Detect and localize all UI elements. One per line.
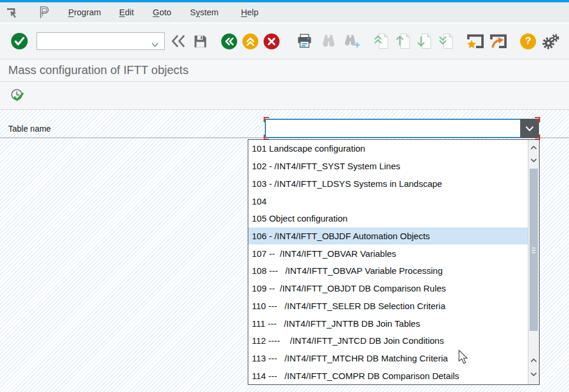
- sap-gui-window: Program Edit Goto System Help: [0, 0, 569, 392]
- dropdown-option[interactable]: 106 - /INT4/IFTT_OBJDF Automation Object…: [248, 227, 528, 245]
- page-down-button[interactable]: [416, 33, 432, 49]
- menu-access-key: P: [68, 8, 74, 17]
- settings-icon: [542, 33, 560, 49]
- menu-item-edit[interactable]: Edit: [119, 8, 134, 17]
- option-label: 110 --- /INT4/IFTT_SELER DB Selection Cr…: [252, 301, 445, 311]
- menu-label-part: stem: [200, 8, 218, 17]
- help-button[interactable]: ?: [520, 33, 536, 49]
- back-button[interactable]: [221, 33, 238, 50]
- command-field[interactable]: [36, 32, 165, 50]
- exit-icon: [242, 33, 259, 50]
- dropdown-option[interactable]: 113 --- /INT4/IFTT_MTCHR DB Matching Cri…: [248, 350, 528, 367]
- chevron-down-icon: [530, 158, 537, 163]
- option-label: 106 - /INT4/IFTT_OBJDF Automation Object…: [252, 231, 430, 241]
- focus-corner-marker: [535, 117, 540, 122]
- dropdown-option[interactable]: 111 --- /INT4/IFTT_JNTTB DB Join Tables: [248, 314, 528, 332]
- page-title: Mass configuration of IFTT objects: [8, 63, 188, 77]
- enter-button[interactable]: [11, 32, 28, 50]
- dropdown-scrollbar[interactable]: [528, 140, 539, 384]
- scrollbar-up-button[interactable]: [528, 143, 539, 152]
- menu-item-system[interactable]: System: [190, 8, 218, 17]
- dropdown-option[interactable]: 108 --- /INT4/IFTT_OBVAP Variable Proces…: [248, 262, 528, 280]
- dropdown-option[interactable]: 102 - /INT4/IFTT_SYST System Lines: [248, 158, 528, 175]
- dropdown-option[interactable]: 110 --- /INT4/IFTT_SELER DB Selection Cr…: [248, 297, 528, 314]
- find-button[interactable]: [321, 33, 337, 49]
- collapse-command-button[interactable]: [171, 34, 186, 48]
- dropdown-option[interactable]: 103 - /INT4/IFTT_LDSYS Systems in Landsc…: [248, 175, 528, 192]
- option-label: 111 --- /INT4/IFTT_JNTTB DB Join Tables: [252, 319, 420, 329]
- control-menu-icon[interactable]: [6, 8, 20, 18]
- menu-label-part: rogram: [74, 8, 101, 17]
- save-button[interactable]: [193, 34, 208, 49]
- table-name-input[interactable]: [265, 119, 539, 138]
- dropdown-option[interactable]: 101 Landscape configuration: [248, 140, 528, 158]
- table-name-dropdown-list: 101 Landscape configuration 102 - /INT4/…: [248, 139, 540, 385]
- find-next-button[interactable]: [344, 33, 361, 49]
- dropdown-option[interactable]: 112 ---- /INT4/IFTT_JNTCD DB Join Condit…: [248, 332, 528, 350]
- menu-access-key: E: [119, 8, 125, 17]
- dropdown-option[interactable]: 109 -- /INT4/IFTT_OBJDT DB Comparison Ru…: [248, 280, 528, 297]
- exit-button[interactable]: [242, 33, 259, 50]
- dropdown-options: 101 Landscape configuration 102 - /INT4/…: [248, 140, 528, 384]
- print-button[interactable]: [297, 33, 312, 49]
- option-label: 105 Object configuration: [252, 213, 348, 223]
- collapse-command-icon: [171, 34, 186, 48]
- control-menu-icon: [6, 8, 19, 18]
- help-glyph: ?: [525, 35, 531, 47]
- find-icon: [321, 33, 337, 49]
- title-bar: Mass configuration of IFTT objects: [0, 59, 569, 82]
- option-label: 108 --- /INT4/IFTT_OBVAP Variable Proces…: [252, 266, 442, 276]
- page-up-icon: [395, 33, 411, 49]
- scrollbar-grip-icon: [532, 247, 535, 253]
- new-session-icon: [466, 33, 484, 49]
- dropdown-option[interactable]: 105 Object configuration: [248, 210, 528, 227]
- chevron-up-icon: [530, 358, 537, 363]
- scrollbar-down-button[interactable]: [528, 156, 539, 165]
- table-name-combobox[interactable]: [265, 119, 539, 138]
- dropdown-option[interactable]: 107 -- /INT4/IFTT_OBVAR Variables: [248, 244, 528, 262]
- chevron-down-icon[interactable]: [151, 39, 159, 50]
- first-page-icon: [373, 33, 390, 49]
- menu-item-goto[interactable]: Goto: [153, 8, 171, 17]
- first-page-button[interactable]: [373, 33, 390, 49]
- print-icon: [297, 33, 312, 49]
- menu-label-part: elp: [247, 8, 258, 17]
- menu-access-key: y: [196, 8, 200, 17]
- option-label: 102 - /INT4/IFTT_SYST System Lines: [252, 161, 400, 171]
- scrollbar-up-button-bottom[interactable]: [528, 356, 539, 365]
- shortcut-button[interactable]: [489, 33, 507, 49]
- standard-toolbar: ?: [0, 24, 569, 59]
- option-label: 113 --- /INT4/IFTT_MTCHR DB Matching Cri…: [252, 353, 448, 363]
- menu-item-program[interactable]: Program: [68, 8, 101, 17]
- focus-corner-marker: [264, 117, 269, 122]
- help-icon: ?: [520, 33, 536, 49]
- option-label: 112 ---- /INT4/IFTT_JNTCD DB Join Condit…: [252, 336, 444, 346]
- command-input[interactable]: [39, 33, 145, 49]
- option-label: 109 -- /INT4/IFTT_OBJDT DB Comparison Ru…: [252, 283, 446, 293]
- last-page-icon: [438, 33, 454, 49]
- menu-label-part: dit: [125, 8, 134, 17]
- mouse-cursor-icon: [458, 350, 469, 367]
- last-page-button[interactable]: [438, 33, 454, 49]
- session-icon[interactable]: [38, 5, 52, 19]
- scrollbar-thumb[interactable]: [530, 169, 538, 331]
- option-label: 101 Landscape configuration: [252, 143, 365, 153]
- dropdown-option[interactable]: 104: [248, 192, 528, 210]
- chevron-down-icon: [525, 126, 534, 132]
- cancel-button[interactable]: [263, 33, 280, 50]
- scrollbar-down-button-bottom[interactable]: [528, 370, 539, 379]
- option-label: 103 - /INT4/IFTT_LDSYS Systems in Landsc…: [252, 179, 442, 189]
- execute-button[interactable]: [9, 87, 26, 104]
- cancel-icon: [263, 33, 280, 50]
- chevron-down-icon: [530, 372, 537, 377]
- menu-label-part: oto: [159, 8, 171, 17]
- page-up-button[interactable]: [395, 33, 411, 49]
- menu-item-help[interactable]: Help: [241, 8, 258, 17]
- new-session-button[interactable]: [466, 33, 484, 49]
- option-label: 107 -- /INT4/IFTT_OBVAR Variables: [252, 249, 396, 259]
- menu-access-key: H: [241, 8, 247, 17]
- dropdown-option[interactable]: 114 --- /INT4/IFTT_COMPR DB Comparison D…: [248, 367, 528, 384]
- find-next-icon: [344, 33, 361, 49]
- settings-button[interactable]: [542, 33, 560, 49]
- application-toolbar: [0, 82, 569, 110]
